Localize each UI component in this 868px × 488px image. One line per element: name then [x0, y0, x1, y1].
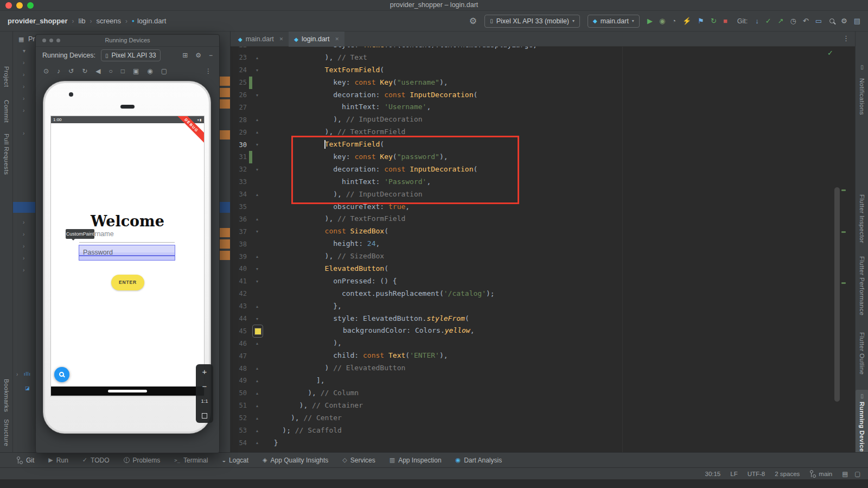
code-line[interactable]: 54▴ } [231, 437, 855, 449]
notifications-icon[interactable]: ▤ [842, 470, 848, 478]
code-line[interactable]: 24▾ TextFormField( [231, 64, 855, 77]
breadcrumb-item-screens[interactable]: screens [97, 17, 122, 25]
code-line[interactable]: 22 style: Theme.of(context).textTheme.di… [231, 47, 855, 52]
code-line[interactable]: 28▴ ), // InputDecoration [231, 113, 855, 126]
editor[interactable]: 22 style: Theme.of(context).textTheme.di… [231, 47, 855, 452]
inspections-ok-icon[interactable]: ✓ [827, 49, 833, 57]
toolwindow-app-quality-insights[interactable]: ◈App Quality Insights [263, 457, 328, 464]
rollback-icon[interactable]: ↶ [803, 17, 809, 24]
stripe-notifications[interactable]: Notifications [856, 78, 868, 115]
toolwindow-dart-analysis[interactable]: ◉Dart Analysis [456, 457, 502, 464]
toolwindow-git[interactable]: Git [16, 457, 34, 464]
code-line[interactable]: 53▴ ); // Scaffold [231, 424, 855, 437]
toolwindow-app-inspection[interactable]: ▥App Inspection [390, 457, 442, 464]
editor-scrollbar[interactable] [834, 187, 840, 402]
caret-position[interactable]: 30:15 [705, 471, 720, 477]
code-line[interactable]: 48▴ ) // ElevatedButton [231, 362, 855, 375]
code-line[interactable]: 37▾ const SizedBox( [231, 225, 855, 238]
hot-restart-icon[interactable]: ↻ [711, 17, 717, 24]
stripe-flutter-inspector[interactable]: Flutter Inspector [856, 194, 868, 243]
search-fab[interactable] [54, 367, 69, 382]
screen-mirror-icon[interactable]: ▭ [815, 17, 822, 24]
breadcrumb-item-provider-shopper[interactable]: provider_shopper [8, 17, 68, 25]
code-line[interactable]: 26▾ decoration: const InputDecoration( [231, 89, 855, 102]
password-field[interactable]: Password [79, 245, 175, 261]
line-ending[interactable]: LF [730, 471, 737, 477]
code-line[interactable]: 46▴ ), [231, 337, 855, 350]
open-in-new-window-icon[interactable]: ⊞ [182, 52, 188, 59]
home-pill[interactable] [108, 390, 147, 392]
tree-expand-icon[interactable]: › [23, 255, 24, 261]
stripe-pull-requests[interactable]: Pull Requests [0, 134, 13, 175]
overview-icon[interactable]: □ [121, 67, 125, 75]
code-line[interactable]: 52▴ ), // Center [231, 412, 855, 424]
more-tabs-icon[interactable]: ⋮ [843, 34, 850, 42]
back-icon[interactable]: ◀ [95, 67, 100, 75]
tab-main-dart[interactable]: ◆main.dart✕ [233, 31, 289, 47]
enter-button[interactable]: ENTER [111, 275, 144, 290]
code-line[interactable]: 39▴ ), // SizedBox [231, 250, 855, 263]
device-selector[interactable]: ▯ Pixel XL API 33 (mobile) ▾ [484, 15, 580, 28]
toolwindow-logcat[interactable]: ◒Logcat [222, 457, 248, 464]
tree-expand-icon[interactable]: › [23, 219, 24, 225]
stripe-project[interactable]: Project [0, 66, 13, 87]
tree-expand-icon[interactable]: › [23, 107, 24, 113]
ide-updates-icon[interactable]: ▢ [854, 470, 860, 478]
code-line[interactable]: 23▴ ), // Text [231, 52, 855, 64]
run-icon[interactable]: ▶ [647, 17, 653, 24]
run-config-selector[interactable]: ◆ main.dart ▾ [588, 15, 640, 28]
code-line[interactable]: 40▾ ElevatedButton( [231, 263, 855, 275]
tree-item-icon[interactable]: ıllı [24, 371, 31, 377]
code-line[interactable]: 42 context.pushReplacement('/catalog'); [231, 288, 855, 300]
code-line[interactable]: 43▴ }, [231, 300, 855, 313]
home-icon[interactable]: ○ [108, 67, 112, 75]
toolwindow-services[interactable]: ◇Services [342, 457, 375, 464]
indent-setting[interactable]: 2 spaces [775, 471, 800, 477]
volume-icon[interactable]: ♪ [57, 67, 60, 75]
code-line[interactable]: 51▴ ), // Container [231, 400, 855, 412]
close-tab-icon[interactable]: ✕ [279, 36, 284, 42]
stripe-bookmarks[interactable]: Bookmarks [0, 379, 13, 412]
tree-expand-icon[interactable]: › [23, 96, 24, 102]
zoom-out-button[interactable]: − [196, 379, 213, 394]
running-device-selector[interactable]: ▯ Pixel XL API 33 [101, 49, 161, 61]
stripe-running-devices[interactable]: ▯Running Devices [856, 390, 868, 459]
stripe-device-manager[interactable]: ▯ [856, 64, 868, 70]
tree-expand-icon[interactable]: › [23, 72, 24, 78]
code-line[interactable]: 36▴ ), // TextFormField [231, 213, 855, 225]
power-icon[interactable]: ⊙ [43, 67, 49, 75]
code-line[interactable]: 25 key: const Key("username"), [231, 77, 855, 89]
zoom-in-button[interactable]: + [196, 364, 213, 379]
window-stack-icon[interactable]: ▤ [854, 17, 860, 24]
stripe-flutter-performance[interactable]: Flutter Performance [856, 256, 868, 315]
code-line[interactable]: 41▾ onPressed: () { [231, 275, 855, 288]
tree-expand-icon[interactable]: › [23, 130, 24, 136]
debug-icon[interactable]: ◉ [659, 17, 665, 24]
tree-expand-icon[interactable]: ▾ [23, 48, 25, 54]
attach-debugger-icon[interactable]: ⚑ [698, 17, 704, 24]
panel-header[interactable]: Running Devices [36, 35, 219, 47]
tree-expand-icon[interactable]: › [23, 231, 24, 237]
rotate-left-icon[interactable]: ↺ [68, 67, 74, 75]
panel-settings-icon[interactable]: ⚙ [195, 52, 201, 59]
hot-reload-icon[interactable]: ⚡ [682, 17, 691, 24]
screen-record-icon[interactable]: ◉ [147, 67, 152, 75]
stripe-commit[interactable]: Commit [0, 100, 13, 123]
git-branch-indicator[interactable]: main [809, 471, 832, 477]
settings-icon[interactable]: ⚙ [841, 17, 847, 24]
code-line[interactable]: 45 backgroundColor: Colors.yellow, [231, 325, 855, 337]
tree-item-icon[interactable]: › [16, 371, 18, 377]
code-line[interactable]: 27 hintText: 'Username', [231, 101, 855, 113]
zoom-fit-button[interactable] [196, 408, 213, 423]
code-line[interactable]: 49▴ ], [231, 375, 855, 387]
toolwindow-todo[interactable]: ✓TODO [82, 457, 110, 464]
minimize-panel-icon[interactable]: − [209, 52, 213, 59]
profiler-icon[interactable]: ◔ [672, 17, 676, 24]
camera-icon[interactable]: ▣ [133, 67, 139, 75]
stripe-flutter-outline[interactable]: Flutter Outline [856, 332, 868, 375]
stop-icon[interactable]: ■ [723, 17, 727, 24]
more-icon[interactable]: ⋮ [205, 67, 212, 75]
commit-icon[interactable]: ✓ [765, 17, 771, 24]
tree-expand-icon[interactable]: › [23, 84, 24, 90]
zoom-ratio-button[interactable]: 1:1 [196, 394, 213, 408]
